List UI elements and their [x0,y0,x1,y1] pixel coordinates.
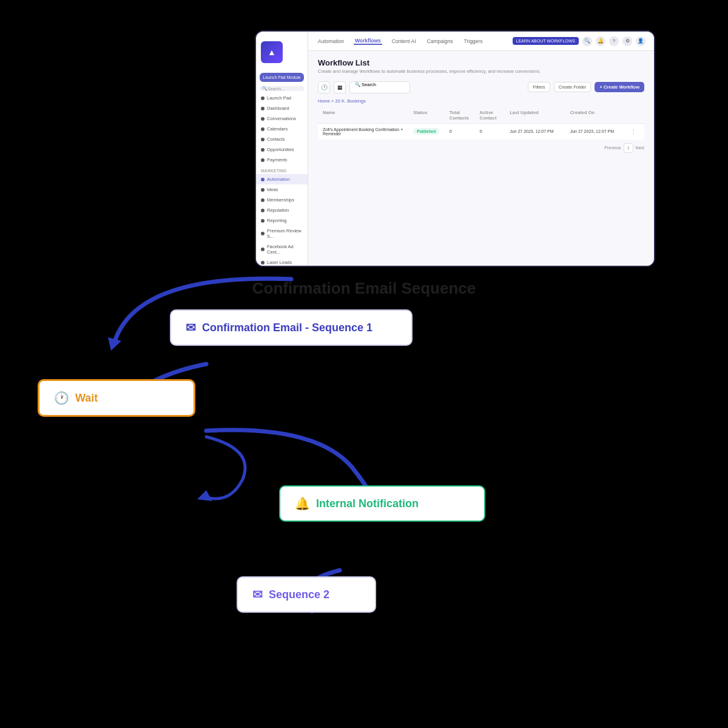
sidebar-item-conversations[interactable]: Conversations [256,113,308,124]
sequence2-mail-icon: ✉ [252,587,263,602]
page-number[interactable]: 1 [624,143,633,153]
sidebar-item-memberships[interactable]: Memberships [256,195,308,205]
topbar-actions: LEARN ABOUT WORKFLOWS 🔍 🔔 ? ⚙ 👤 [513,36,646,46]
sidebar-item-calendars[interactable]: Calendars [256,124,308,134]
sidebar-item-premium[interactable]: Premium Review S... [256,226,308,241]
learn-workflows-button[interactable]: LEARN ABOUT WORKFLOWS [513,37,579,45]
svg-marker-4 [197,490,212,501]
page-title: Workflow List [318,58,644,67]
diagram-area: ✉ Confirmation Email - Sequence 1 🕐 Wait… [0,261,728,728]
content-area: Workflow List Create and manage Workflow… [308,51,654,266]
filters-button[interactable]: Filters [528,82,550,92]
app-main: Automation Workflows Content AI Campaign… [308,32,654,266]
table-row: Zofi's Appointment Booking Confirmation … [318,124,644,140]
node-sequence2[interactable]: ✉ Sequence 2 [237,576,376,613]
tab-automation[interactable]: Automation [317,38,345,44]
sidebar-item-facebook[interactable]: Facebook Ad Cent... [256,241,308,257]
node-wait[interactable]: 🕐 Wait [38,379,195,417]
prev-page[interactable]: Previous [604,146,621,150]
sidebar-item-automation[interactable]: Automation [256,174,308,184]
svg-marker-0 [108,337,121,351]
confirmation-label: Confirmation Email - Sequence 1 [202,322,372,334]
logo-mark: ▲ [261,41,283,63]
clock-icon: 🕐 [318,81,330,93]
table-header: Name Status Total Contacts Active Contac… [318,107,644,124]
grid-icon[interactable]: ▦ [334,81,346,93]
app-topbar: Automation Workflows Content AI Campaign… [308,32,654,51]
notifications-icon[interactable]: 🔔 [596,36,605,46]
help-icon[interactable]: ? [609,36,619,46]
confirmation-mail-icon: ✉ [186,320,196,335]
sidebar-item-reporting[interactable]: Reporting [256,215,308,226]
toolbar: 🕐 ▦ 🔍 Search Filters Create Folder + Cre… [318,81,644,93]
next-page[interactable]: Next [636,146,644,150]
sidebar-item-contacts[interactable]: Contacts [256,134,308,144]
monitor-shell: ▲ Launch Pad Module 🔍 Search... Launch P… [255,30,655,267]
app-sidebar: ▲ Launch Pad Module 🔍 Search... Launch P… [256,32,308,266]
sidebar-section-marketing: Marketing [256,165,308,174]
bell-icon: 🔔 [295,496,310,511]
sidebar-item-payments[interactable]: Payments [256,155,308,165]
workflow-search-input[interactable]: 🔍 Search [349,81,410,93]
sidebar-item-ideas[interactable]: Ideas [256,184,308,195]
search-icon[interactable]: 🔍 [582,36,592,46]
avatar[interactable]: 👤 [636,36,645,46]
sidebar-item-opportunities[interactable]: Opportunities [256,144,308,155]
wait-clock-icon: 🕐 [54,391,69,405]
tab-contentai[interactable]: Content AI [391,38,417,44]
sidebar-item-reputation[interactable]: Reputation [256,205,308,215]
tab-workflows[interactable]: Workflows [354,38,382,45]
pagination: Previous 1 Next [318,143,644,153]
sidebar-item-launchpad[interactable]: Launch Pad [256,93,308,103]
create-folder-button[interactable]: Create Folder [554,82,592,92]
tab-triggers[interactable]: Triggers [463,38,484,44]
internal-label: Internal Notification [316,497,419,510]
create-workflow-button[interactable]: + Create Workflow [595,82,644,92]
launch-pad-button[interactable]: Launch Pad Module [260,73,304,82]
sidebar-search[interactable]: 🔍 Search... [260,86,304,91]
status-badge: Published [413,128,439,135]
page-subtitle: Create and manage Workflows to automate … [318,69,644,75]
breadcrumb: Home > 20 K. Bookings [318,98,644,104]
wait-label: Wait [75,392,98,405]
sidebar-item-dashboard[interactable]: Dashboard [256,103,308,113]
toolbar-left: 🕐 ▦ 🔍 Search [318,81,410,93]
settings-icon[interactable]: ⚙ [622,36,632,46]
app-logo: ▲ [256,36,308,68]
tab-campaigns[interactable]: Campaigns [426,38,454,44]
sequence2-label: Sequence 2 [269,588,329,601]
node-internal-notification[interactable]: 🔔 Internal Notification [279,485,485,522]
topbar-tabs: Automation Workflows Content AI Campaign… [317,38,484,45]
node-confirmation[interactable]: ✉ Confirmation Email - Sequence 1 [170,309,413,346]
monitor-screen: ▲ Launch Pad Module 🔍 Search... Launch P… [256,32,654,266]
